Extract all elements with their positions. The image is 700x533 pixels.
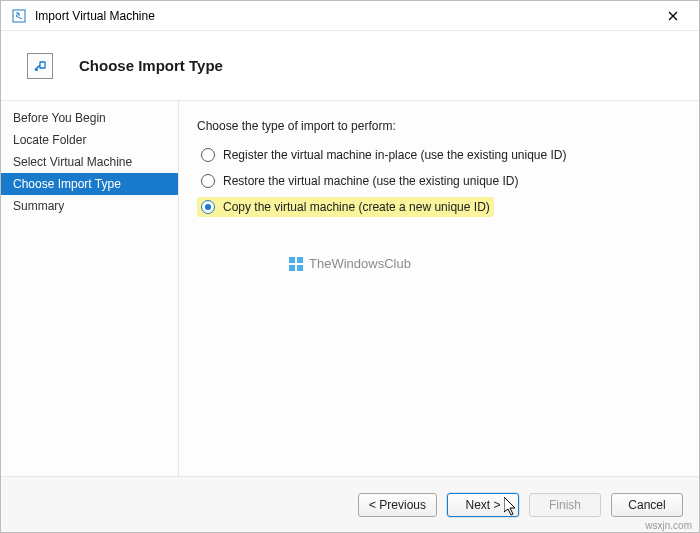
close-button[interactable] bbox=[651, 2, 695, 30]
sidebar-item-choose-import-type[interactable]: Choose Import Type bbox=[1, 173, 178, 195]
page-title: Choose Import Type bbox=[79, 57, 223, 74]
content-prompt: Choose the type of import to perform: bbox=[197, 119, 681, 133]
titlebar: Import Virtual Machine bbox=[1, 1, 699, 31]
window-title: Import Virtual Machine bbox=[35, 9, 651, 23]
next-button[interactable]: Next > bbox=[447, 493, 519, 517]
wizard-content: Choose the type of import to perform: Re… bbox=[179, 101, 699, 476]
sidebar-item-before-you-begin[interactable]: Before You Begin bbox=[1, 107, 178, 129]
radio-icon bbox=[201, 148, 215, 162]
radio-icon bbox=[201, 174, 215, 188]
option-copy[interactable]: Copy the virtual machine (create a new u… bbox=[197, 197, 494, 217]
radio-icon bbox=[201, 200, 215, 214]
option-restore[interactable]: Restore the virtual machine (use the exi… bbox=[197, 171, 681, 191]
finish-button: Finish bbox=[529, 493, 601, 517]
option-label: Restore the virtual machine (use the exi… bbox=[223, 174, 518, 188]
option-label: Register the virtual machine in-place (u… bbox=[223, 148, 567, 162]
import-icon bbox=[27, 53, 53, 79]
sidebar-item-select-vm[interactable]: Select Virtual Machine bbox=[1, 151, 178, 173]
cancel-button[interactable]: Cancel bbox=[611, 493, 683, 517]
wizard-window: Import Virtual Machine Choose Import Typ… bbox=[0, 0, 700, 533]
app-icon bbox=[11, 8, 27, 24]
wizard-header: Choose Import Type bbox=[1, 31, 699, 101]
wizard-body: Before You Begin Locate Folder Select Vi… bbox=[1, 101, 699, 476]
wizard-steps-sidebar: Before You Begin Locate Folder Select Vi… bbox=[1, 101, 179, 476]
sidebar-item-summary[interactable]: Summary bbox=[1, 195, 178, 217]
sidebar-item-locate-folder[interactable]: Locate Folder bbox=[1, 129, 178, 151]
previous-button[interactable]: < Previous bbox=[358, 493, 437, 517]
option-label: Copy the virtual machine (create a new u… bbox=[223, 200, 490, 214]
wizard-footer: < Previous Next > Finish Cancel bbox=[1, 476, 699, 532]
option-register-in-place[interactable]: Register the virtual machine in-place (u… bbox=[197, 145, 681, 165]
